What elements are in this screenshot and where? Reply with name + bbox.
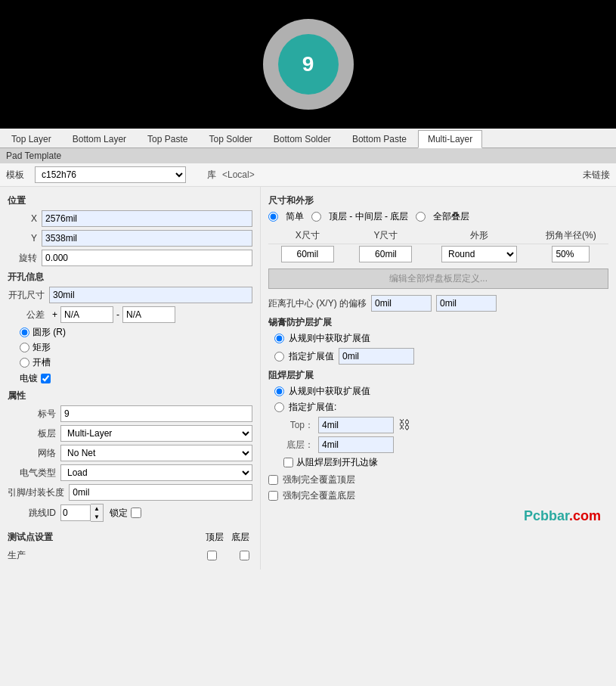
edit-all-layers-button[interactable]: 编辑全部焊盘板层定义... — [268, 269, 608, 289]
resist-specify-radio[interactable] — [274, 402, 284, 412]
lib-label: 库 — [207, 169, 216, 182]
jump-id-input[interactable] — [60, 504, 91, 521]
watermark: Pcbbar.com — [268, 505, 608, 527]
x-field-row: X — [8, 210, 252, 227]
model-select[interactable]: c152h76 — [35, 166, 186, 183]
resist-top-label: Top： — [283, 419, 314, 432]
position-section-title: 位置 — [8, 194, 252, 207]
plus-label: + — [52, 309, 57, 320]
slot-radio-row: 开槽 — [20, 356, 252, 369]
watermark-text2: .com — [569, 508, 601, 523]
resist-from-rule-row: 从规则中获取扩展值 — [274, 385, 608, 398]
designator-input[interactable] — [60, 405, 252, 422]
rect-radio[interactable] — [20, 343, 29, 352]
chain-icon: ⛓ — [398, 418, 410, 432]
rect-label: 矩形 — [33, 341, 51, 354]
resist-bottom-label: 底层： — [283, 439, 314, 452]
rotation-label: 旋转 — [8, 252, 42, 265]
slot-label: 开槽 — [33, 356, 51, 369]
spinner-up[interactable]: ▲ — [91, 504, 103, 513]
offset-label: 距离孔中心 (X/Y) 的偏移 — [268, 297, 367, 310]
size-shape-section: 尺寸和外形 简单 顶层 - 中间层 - 底层 全部叠层 X尺寸 Y尺寸 外形 拐… — [268, 194, 608, 289]
slot-radio[interactable] — [20, 358, 29, 368]
hole-section-title: 开孔信息 — [8, 271, 252, 284]
x-input[interactable] — [42, 210, 252, 227]
round-radio-row: 圆形 (R) — [20, 326, 252, 339]
test-point-section: 测试点设置 顶层 底层 生产 — [8, 528, 252, 562]
pin-length-label: 引脚/封装长度 — [8, 486, 69, 499]
x-size-col-header: X尺寸 — [268, 228, 347, 244]
y-field-row: Y — [8, 230, 252, 247]
force-cover-top-checkbox[interactable] — [268, 475, 278, 485]
solder-specify-row: 指定扩展值 — [274, 348, 608, 365]
elec-type-select[interactable]: Load — [60, 464, 252, 481]
designator-row: 标号 — [8, 405, 252, 422]
lock-checkbox[interactable] — [131, 508, 141, 518]
jump-id-label: 跳线ID — [8, 507, 60, 520]
size-shape-title: 尺寸和外形 — [268, 194, 608, 207]
pad-number: 9 — [302, 52, 314, 76]
x-label: X — [8, 213, 42, 224]
y-input[interactable] — [42, 230, 252, 247]
solder-from-rule-radio[interactable] — [274, 334, 284, 343]
from-edge-label: 从阻焊层到开孔边缘 — [296, 456, 378, 469]
net-label: 网络 — [8, 447, 60, 460]
offset-x-input[interactable] — [371, 295, 432, 312]
properties-section-title: 属性 — [8, 390, 252, 402]
force-cover-bottom-checkbox[interactable] — [268, 491, 278, 501]
x-size-input[interactable] — [281, 246, 334, 262]
y-label: Y — [8, 233, 42, 244]
tab-top-paste[interactable]: Top Paste — [138, 130, 197, 147]
test-bottom-checkbox[interactable] — [240, 551, 249, 560]
full-stack-label: 全部叠层 — [433, 210, 469, 223]
test-top-checkbox[interactable] — [207, 551, 217, 560]
hole-size-label: 开孔尺寸 — [8, 289, 49, 302]
force-cover-bottom-row: 强制完全覆盖底层 — [268, 489, 608, 502]
tolerance-minus-input[interactable] — [122, 306, 175, 323]
top-mid-bottom-label: 顶层 - 中间层 - 底层 — [329, 210, 408, 223]
elec-type-label: 电气类型 — [8, 467, 60, 480]
tab-top-solder[interactable]: Top Solder — [199, 130, 262, 147]
test-produce-row: 生产 — [8, 549, 252, 562]
solder-specify-label: 指定扩展值 — [289, 350, 334, 363]
tab-bottom-solder[interactable]: Bottom Solder — [264, 130, 341, 147]
solder-specify-radio[interactable] — [274, 352, 284, 362]
force-cover-top-row: 强制完全覆盖顶层 — [268, 473, 608, 486]
tab-multi-layer[interactable]: Multi-Layer — [418, 130, 482, 148]
tab-bottom-paste[interactable]: Bottom Paste — [342, 130, 416, 147]
simple-radio[interactable] — [268, 212, 278, 222]
net-select[interactable]: No Net — [60, 445, 252, 461]
round-radio[interactable] — [20, 327, 29, 337]
y-size-input[interactable] — [359, 246, 412, 262]
solder-specify-input[interactable] — [339, 348, 414, 365]
top-mid-bottom-radio[interactable] — [311, 212, 321, 222]
test-section-title: 测试点设置 — [8, 531, 53, 544]
test-checkboxes — [207, 551, 252, 560]
corner-radius-input[interactable] — [552, 246, 590, 262]
tab-bottom-layer[interactable]: Bottom Layer — [63, 130, 136, 147]
watermark-text1: Pcbbar — [524, 508, 569, 523]
net-row: 网络 No Net — [8, 445, 252, 461]
layer-row: 板层 Multi-Layer — [8, 425, 252, 442]
lock-label: 锁定 — [110, 507, 128, 520]
rotation-input[interactable] — [42, 250, 252, 266]
corner-radius-col-header: 拐角半径(%) — [534, 228, 608, 244]
spinner-down[interactable]: ▼ — [91, 513, 103, 521]
plated-checkbox[interactable] — [41, 374, 51, 383]
from-edge-checkbox[interactable] — [283, 458, 293, 467]
tolerance-plus-input[interactable] — [60, 306, 113, 323]
force-cover-bottom-label: 强制完全覆盖底层 — [283, 489, 355, 502]
hole-size-input[interactable] — [49, 287, 252, 303]
left-column: 位置 X Y 旋转 开孔信息 开孔尺寸 公差 + - — [0, 187, 261, 570]
tab-top-layer[interactable]: Top Layer — [2, 130, 61, 147]
pin-length-input[interactable] — [69, 484, 252, 501]
offset-row: 距离孔中心 (X/Y) 的偏移 — [268, 295, 608, 312]
resist-bottom-input[interactable] — [318, 436, 394, 453]
layer-select[interactable]: Multi-Layer — [60, 425, 252, 442]
offset-y-input[interactable] — [436, 295, 497, 312]
resist-top-row: Top： ⛓ — [283, 417, 608, 433]
full-stack-radio[interactable] — [416, 212, 426, 222]
shape-select[interactable]: Round — [441, 246, 517, 262]
resist-top-input[interactable] — [318, 417, 394, 433]
resist-from-rule-radio[interactable] — [274, 386, 284, 396]
